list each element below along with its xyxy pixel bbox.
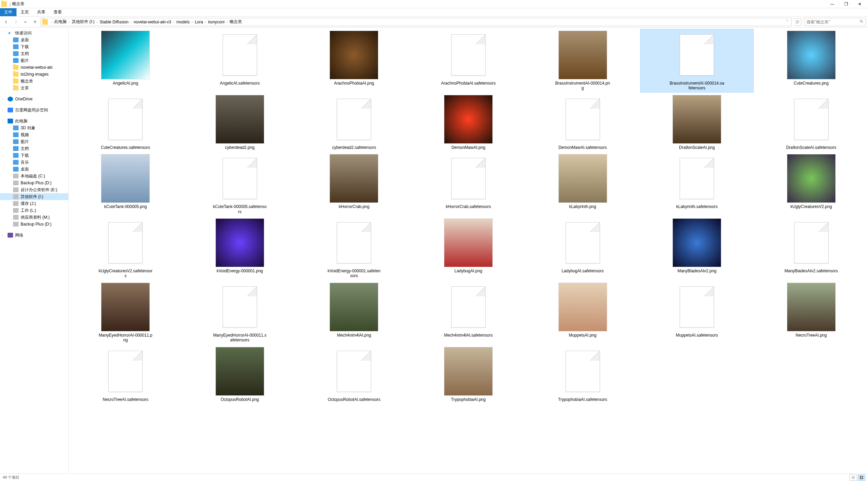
file-item[interactable]: kHorrorCrab.png [297, 152, 411, 216]
view-details-button[interactable] [849, 474, 857, 481]
file-item[interactable]: Dra9onScaleAI.safetensors [754, 93, 868, 152]
breadcrumb-segment[interactable]: 概念类 [229, 18, 243, 26]
breadcrumb-segment[interactable]: 此电脑 [54, 18, 67, 26]
breadcrumb-segment[interactable]: models [176, 18, 190, 26]
sidebar-item[interactable]: 桌面 [0, 36, 68, 43]
file-item[interactable]: Dra9onScaleAI.png [640, 93, 754, 152]
sidebar-network[interactable]: › 网络 [0, 232, 68, 239]
file-item[interactable]: NecroTreeAI.safetensors [69, 345, 182, 404]
search-input[interactable] [806, 20, 859, 24]
sidebar[interactable]: ˅ ★ 快速访问 桌面下载文档图片novelai-webui-akitxt2im… [0, 28, 69, 473]
sidebar-item[interactable]: 概念类 [0, 78, 68, 85]
maximize-button[interactable]: ❐ [839, 0, 853, 8]
chevron-right-icon[interactable]: › [129, 20, 133, 24]
breadcrumb[interactable]: › 此电脑›其他软件 (I:)›Stable Diffusion›novelai… [41, 18, 792, 26]
view-large-icons-button[interactable] [858, 474, 865, 481]
file-item[interactable]: kVoidEnergy-000001.safetensors [297, 217, 411, 280]
breadcrumb-segment[interactable]: novelai-webui-aki-v3 [133, 18, 172, 26]
ribbon-tab-home[interactable]: 主页 [16, 8, 33, 16]
chevron-right-icon[interactable]: › [95, 20, 99, 24]
file-item[interactable]: AngelicAI.png [69, 29, 182, 92]
breadcrumb-segment[interactable]: Lora [194, 18, 204, 26]
file-item[interactable]: ManyBladesAIv2.png [640, 217, 754, 280]
chevron-down-icon[interactable]: ˅ [2, 31, 4, 35]
search-box[interactable] [804, 18, 866, 26]
sidebar-item[interactable]: 其他软件 (I:) [0, 193, 68, 200]
recent-dropdown[interactable] [21, 18, 30, 26]
sidebar-item[interactable]: Backup Plus (D:) [0, 179, 68, 186]
sidebar-item[interactable]: 图片 [0, 57, 68, 64]
sidebar-onedrive[interactable]: › OneDrive [0, 96, 68, 102]
sidebar-item[interactable]: txt2img-images [0, 71, 68, 78]
file-item[interactable]: kCuteTank-000005.safetensors [183, 152, 297, 216]
sidebar-item[interactable]: novelai-webui-aki [0, 64, 68, 71]
file-item[interactable]: cyberdead2.png [183, 93, 297, 152]
file-item[interactable]: kCuteTank-000005.png [69, 152, 182, 216]
file-item[interactable]: ManyBladesAIv2.safetensors [754, 217, 868, 280]
sidebar-item[interactable]: 工作 (L:) [0, 207, 68, 214]
breadcrumb-segment[interactable]: 其他软件 (I:) [71, 18, 95, 26]
up-button[interactable] [31, 18, 39, 26]
chevron-right-icon[interactable]: › [2, 108, 3, 112]
sidebar-item[interactable]: 文档 [0, 145, 68, 152]
sidebar-item[interactable]: 视频 [0, 131, 68, 138]
file-item[interactable]: kUglyCreaturesV2.png [754, 152, 868, 216]
chevron-right-icon[interactable]: › [2, 97, 3, 101]
breadcrumb-segment[interactable]: Stable Diffusion [99, 18, 129, 26]
sidebar-item[interactable]: 图片 [0, 138, 68, 145]
sidebar-quick-access[interactable]: ˅ ★ 快速访问 [0, 30, 68, 36]
minimize-button[interactable]: — [825, 0, 839, 8]
sidebar-item[interactable]: 下载 [0, 43, 68, 50]
file-item[interactable]: ArachnoPhobiaAI.png [297, 29, 411, 92]
file-item[interactable]: OctopusRobotAI.safetensors [297, 345, 411, 404]
sidebar-item[interactable]: 文档 [0, 50, 68, 57]
breadcrumb-segment[interactable]: konyconi [208, 18, 225, 26]
ribbon-tab-file[interactable]: 文件 [0, 8, 16, 16]
sidebar-item[interactable]: 供应商资料 (M:) [0, 214, 68, 221]
file-item[interactable]: DemonMawAI.safetensors [526, 93, 639, 152]
chevron-right-icon[interactable]: › [190, 20, 194, 24]
file-item[interactable]: BrassInstrumentAI-000014.png [526, 29, 639, 92]
file-item[interactable]: ManyEyedHorrorAI-000011.safetensors [183, 281, 297, 345]
file-item[interactable]: kHorrorCrab.safetensors [412, 152, 525, 216]
file-item[interactable]: Mech4nim4lAI.safetensors [412, 281, 525, 345]
file-item[interactable]: ManyEyedHorrorAI-000011.png [69, 281, 182, 345]
chevron-right-icon[interactable]: › [2, 233, 3, 237]
address-dropdown[interactable]: ˅ [784, 18, 790, 26]
file-item[interactable]: CuteCreatures.png [754, 29, 868, 92]
back-button[interactable] [2, 18, 10, 26]
file-item[interactable]: OctopusRobotAI.png [183, 345, 297, 404]
sidebar-item[interactable]: 3D 对象 [0, 124, 68, 131]
sidebar-item[interactable]: 缓存 (J:) [0, 200, 68, 207]
chevron-down-icon[interactable]: ˅ [2, 119, 4, 123]
forward-button[interactable] [12, 18, 20, 26]
file-item[interactable]: LadybugAI.safetensors [526, 217, 639, 280]
file-item[interactable]: kLabyrinth.png [526, 152, 639, 216]
file-item[interactable]: kLabyrinth.safetensors [640, 152, 754, 216]
file-item[interactable]: ArachnoPhobiaAI.safetensors [412, 29, 525, 92]
close-button[interactable]: ✕ [853, 0, 867, 8]
sidebar-item[interactable]: 本地磁盘 (C:) [0, 173, 68, 179]
ribbon-tab-share[interactable]: 共享 [33, 8, 49, 16]
sidebar-item[interactable]: 音乐 [0, 159, 68, 166]
chevron-right-icon[interactable]: › [172, 20, 176, 24]
sidebar-baidu[interactable]: › 百度网盘同步空间 [0, 107, 68, 113]
file-item[interactable]: MuppetsAI.safetensors [640, 281, 754, 345]
chevron-right-icon[interactable]: › [50, 20, 54, 24]
file-item[interactable]: CuteCreatures.safetensors [69, 93, 182, 152]
chevron-right-icon[interactable]: › [225, 20, 229, 24]
file-item[interactable]: kUglyCreaturesV2.safetensors [69, 217, 182, 280]
file-item[interactable]: TrypophobiaAI.png [412, 345, 525, 404]
sidebar-item[interactable]: 文章 [0, 85, 68, 91]
file-item[interactable]: LadybugAI.png [412, 217, 525, 280]
sidebar-item[interactable]: 下载 [0, 152, 68, 159]
chevron-right-icon[interactable]: › [204, 20, 208, 24]
sidebar-item[interactable]: 设计办公类软件 (E:) [0, 186, 68, 193]
chevron-right-icon[interactable]: › [67, 20, 71, 24]
file-item[interactable]: NecroTreeAI.png [754, 281, 868, 345]
file-item[interactable]: BrassInstrumentAI-000014.safetensors [640, 29, 754, 92]
file-item[interactable]: cyberdead2.safetensors [297, 93, 411, 152]
file-item[interactable]: kVoidEnergy-000001.png [183, 217, 297, 280]
files-pane[interactable]: AngelicAI.pngAngelicAI.safetensorsArachn… [69, 28, 868, 473]
file-item[interactable]: MuppetsAI.png [526, 281, 639, 345]
